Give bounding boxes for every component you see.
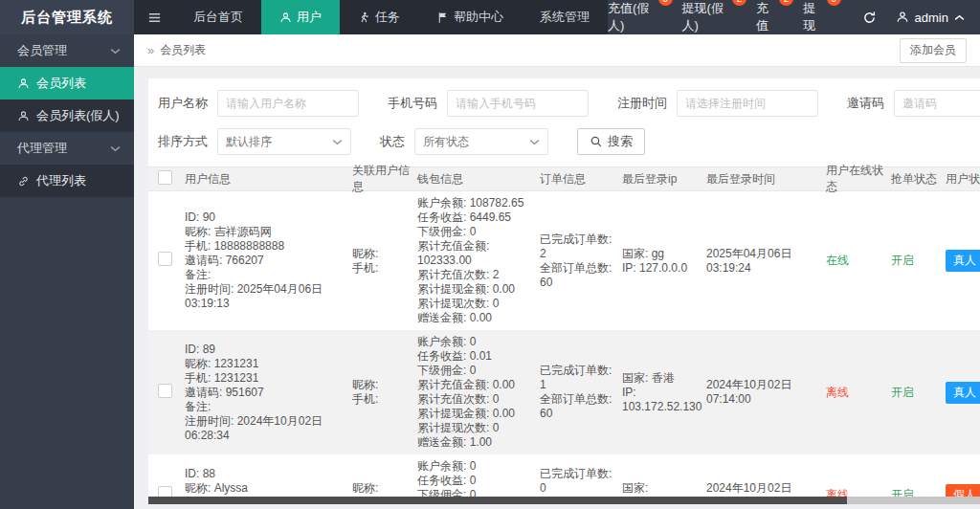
header-cell: 最后登录时间 — [706, 171, 826, 188]
scrollbar-thumb[interactable] — [148, 497, 847, 504]
header-cell: 订单信息 — [540, 171, 622, 188]
breadcrumb-icon: » — [147, 43, 154, 57]
collapse-menu-icon[interactable] — [134, 0, 175, 34]
info-line: 累计提现次数: 0 — [417, 297, 534, 311]
app-logo: 后台管理系统 — [0, 0, 134, 34]
online-status: 离线 — [826, 386, 849, 399]
user-type-cell: 真人 — [946, 382, 980, 404]
notice-item-0[interactable]: 充值(假人)3 — [608, 0, 669, 34]
chevron-down-icon — [110, 145, 121, 152]
header-cell-checkbox — [148, 170, 185, 188]
horizontal-scrollbar[interactable] — [148, 497, 980, 504]
sidebar-group-label: 会员管理 — [17, 42, 67, 59]
user-icon — [896, 11, 909, 24]
chevron-up-icon — [954, 14, 965, 21]
topbar: 后台管理系统 后台首页用户任务帮助中心系统管理 充值(假人)3提现(假人)2充值… — [0, 0, 980, 34]
filter-row-2: 排序方式默认排序状态所有状态搜索 — [148, 117, 980, 155]
user-info-cell: ID: 90昵称: 吉祥源码网手机: 18888888888邀请码: 76620… — [185, 210, 352, 311]
row-checkbox[interactable] — [158, 252, 172, 266]
ip-info-cell: 国家: 香港IP: 103.172.52.130 — [622, 371, 706, 414]
info-line: 已完成订单数: 1 — [540, 364, 616, 392]
table-row: ID: 88昵称: Alyssa手机: 601167931885邀请码: 581… — [148, 454, 980, 499]
info-line: 累计充值次数: 2 — [417, 268, 534, 282]
top-menu-item-label: 系统管理 — [540, 9, 590, 26]
filter-group-1: 手机号码 — [388, 90, 589, 117]
grab-status-cell: 开启 — [891, 386, 946, 400]
user-info-cell: ID: 88昵称: Alyssa手机: 601167931885邀请码: 581… — [185, 467, 352, 500]
order-info-cell: 已完成订单数: 0全部订单总数: 60 — [540, 467, 622, 500]
username: admin — [915, 11, 948, 25]
add-member-button[interactable]: 添加会员 — [900, 38, 967, 63]
top-menu-item-2[interactable]: 任务 — [340, 0, 418, 34]
info-line: 累计充值次数: 0 — [417, 392, 534, 407]
filter-input-3[interactable] — [894, 90, 980, 117]
grab-status: 开启 — [891, 254, 914, 267]
sidebar-group-1[interactable]: 代理管理 — [0, 132, 134, 165]
top-menu-item-0[interactable]: 后台首页 — [175, 0, 261, 34]
chevron-down-icon — [110, 48, 121, 55]
user-icon — [17, 77, 30, 90]
header-cell: 用户信息 — [185, 171, 352, 188]
sidebar-item-0-1[interactable]: 会员列表(假人) — [0, 100, 134, 132]
header-cell: 钱包信息 — [417, 171, 540, 188]
user-type-button[interactable]: 真人 — [946, 250, 980, 272]
refresh-icon[interactable] — [862, 11, 877, 25]
notice-item-2[interactable]: 充值2 — [756, 0, 790, 34]
notice-item-1[interactable]: 提现(假人)2 — [682, 0, 744, 34]
info-line: 累计提现金额: 0.00 — [417, 282, 534, 297]
header-cell: 用户在线状态 — [826, 163, 891, 195]
top-menu-item-1[interactable]: 用户 — [261, 0, 340, 34]
info-line: ID: 90 — [185, 210, 346, 225]
filter-input-1[interactable] — [447, 90, 589, 117]
filter-input-2[interactable] — [677, 90, 818, 117]
user-type-button[interactable]: 真人 — [946, 382, 980, 404]
info-line: 赠送金额: 1.00 — [417, 435, 534, 450]
info-line: 全部订单总数: 60 — [540, 392, 616, 421]
notice-group: 充值(假人)3提现(假人)2充值2提现0 — [608, 0, 837, 34]
filter-select-0[interactable]: 默认排序 — [217, 128, 351, 155]
select-value: 所有状态 — [423, 134, 469, 150]
row-checkbox[interactable] — [158, 384, 172, 398]
top-menu-item-4[interactable]: 系统管理 — [522, 0, 608, 34]
filter-label: 注册时间 — [617, 95, 667, 112]
notice-item-3[interactable]: 提现0 — [803, 0, 836, 34]
filter-group-0: 用户名称 — [158, 90, 359, 117]
info-line: 国家: gg — [622, 247, 701, 261]
info-line: 昵称: 吉祥源码网 — [185, 225, 346, 239]
table-row: ID: 89昵称: 1231231手机: 1231231邀请码: 951607备… — [148, 330, 980, 454]
filter-input-0[interactable] — [217, 90, 359, 117]
filter-select-1[interactable]: 所有状态 — [414, 128, 548, 155]
info-line: 邀请码: 951607 — [185, 386, 346, 400]
order-info-cell: 已完成订单数: 1全部订单总数: 60 — [540, 364, 622, 421]
select-all-checkbox[interactable] — [158, 170, 172, 185]
info-line: 手机: 18888888888 — [185, 239, 346, 254]
info-line: 手机: — [352, 392, 412, 407]
sidebar-item-label: 会员列表(假人) — [36, 107, 120, 124]
table-row: ID: 90昵称: 吉祥源码网手机: 18888888888邀请码: 76620… — [148, 191, 980, 330]
online-status-cell: 离线 — [826, 386, 891, 400]
search-button[interactable]: 搜索 — [577, 128, 645, 155]
top-menu-item-3[interactable]: 帮助中心 — [418, 0, 522, 34]
info-line: 昵称: 1231231 — [185, 357, 346, 371]
info-line: 昵称: — [352, 378, 412, 392]
info-line: 手机: — [352, 261, 412, 276]
sidebar-item-0-0[interactable]: 会员列表 — [0, 67, 134, 100]
info-line: IP: 127.0.0.0 — [622, 261, 701, 276]
sidebar-item-1-0[interactable]: 代理列表 — [0, 165, 134, 197]
info-line: 账户余额: 108782.65 — [417, 196, 534, 210]
sidebar-group-0[interactable]: 会员管理 — [0, 34, 134, 67]
filter-row-1: 用户名称手机号码注册时间邀请码 — [148, 78, 980, 117]
user-menu[interactable]: admin — [896, 11, 980, 25]
info-line: 昵称: Alyssa — [185, 481, 346, 496]
select-group-0: 排序方式默认排序 — [158, 128, 351, 155]
info-line: 任务收益: 6449.65 — [417, 210, 534, 225]
info-line: 备注: — [185, 400, 346, 414]
info-line: 已完成订单数: 0 — [540, 467, 616, 496]
info-line: 昵称: — [352, 481, 412, 496]
info-line: 已完成订单数: 2 — [540, 232, 616, 261]
app-window: 后台管理系统 后台首页用户任务帮助中心系统管理 充值(假人)3提现(假人)2充值… — [0, 0, 980, 509]
info-line: 手机: 1231231 — [185, 371, 346, 386]
last-login-cell: 2025年04月06日 03:19:24 — [706, 247, 826, 276]
user-icon — [17, 110, 30, 122]
wallet-info-cell: 账户余额: 0任务收益: 0.01下级佣金: 0累计充值金额: 0.00累计充值… — [417, 335, 540, 450]
